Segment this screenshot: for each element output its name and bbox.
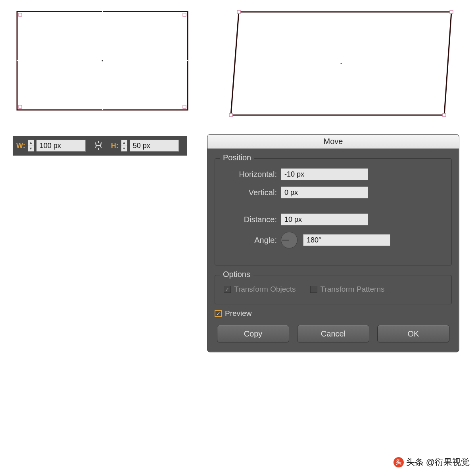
transform-objects-label: Transform Objects bbox=[234, 285, 296, 294]
transform-objects-checkbox[interactable]: ✓ Transform Objects bbox=[224, 285, 296, 294]
svg-rect-12 bbox=[450, 10, 453, 13]
move-dialog: Move Position Horizontal: Vertical: Dist… bbox=[207, 134, 459, 352]
link-dimensions-icon[interactable] bbox=[92, 139, 105, 152]
stepper-down-icon[interactable]: ▼ bbox=[28, 146, 34, 152]
cancel-button[interactable]: Cancel bbox=[297, 325, 369, 342]
horizontal-label: Horizontal: bbox=[224, 170, 277, 179]
angle-input[interactable] bbox=[303, 234, 390, 246]
options-legend: Options bbox=[220, 270, 253, 279]
svg-point-15 bbox=[341, 63, 342, 64]
svg-point-9 bbox=[102, 60, 103, 62]
transform-patterns-checkbox[interactable]: Transform Patterns bbox=[310, 285, 385, 294]
checkmark-icon: ✓ bbox=[215, 310, 222, 317]
stepper-down-icon[interactable]: ▼ bbox=[121, 146, 127, 152]
preview-label: Preview bbox=[225, 309, 252, 318]
watermark-text: 头条 @衍果视觉 bbox=[406, 456, 470, 468]
distance-input[interactable] bbox=[281, 213, 368, 225]
svg-rect-6 bbox=[183, 13, 186, 16]
height-label: H: bbox=[111, 142, 119, 150]
svg-rect-7 bbox=[19, 105, 22, 108]
watermark: 头 头条 @衍果视觉 bbox=[393, 456, 470, 468]
height-input[interactable] bbox=[130, 140, 179, 152]
checkbox-empty-icon bbox=[310, 286, 317, 293]
options-group: Options ✓ Transform Objects Transform Pa… bbox=[215, 275, 452, 304]
svg-rect-14 bbox=[443, 113, 446, 117]
stepper-up-icon[interactable]: ▲ bbox=[28, 140, 34, 146]
svg-rect-5 bbox=[19, 13, 22, 16]
transform-patterns-label: Transform Patterns bbox=[321, 285, 385, 294]
svg-rect-8 bbox=[183, 105, 186, 108]
preview-checkbox[interactable]: ✓ Preview bbox=[215, 309, 252, 318]
width-input[interactable] bbox=[36, 140, 86, 152]
distance-label: Distance: bbox=[224, 215, 277, 224]
vertical-label: Vertical: bbox=[224, 188, 277, 197]
position-legend: Position bbox=[220, 153, 254, 162]
width-label: W: bbox=[16, 142, 25, 150]
ok-button[interactable]: OK bbox=[377, 325, 449, 342]
position-group: Position Horizontal: Vertical: Distance:… bbox=[215, 158, 452, 265]
angle-label: Angle: bbox=[224, 236, 277, 245]
svg-rect-11 bbox=[237, 10, 240, 13]
width-stepper[interactable]: ▲ ▼ bbox=[28, 140, 34, 152]
canvas-rect-original[interactable] bbox=[17, 11, 188, 110]
angle-dial[interactable] bbox=[281, 232, 298, 248]
stepper-up-icon[interactable]: ▲ bbox=[121, 140, 127, 146]
svg-rect-13 bbox=[229, 113, 232, 117]
copy-button[interactable]: Copy bbox=[217, 325, 289, 342]
checkmark-icon: ✓ bbox=[224, 286, 231, 293]
canvas-rect-skewed[interactable] bbox=[230, 11, 452, 116]
horizontal-input[interactable] bbox=[281, 168, 368, 180]
vertical-input[interactable] bbox=[281, 187, 368, 198]
dialog-title: Move bbox=[207, 135, 459, 149]
watermark-icon: 头 bbox=[393, 457, 404, 467]
height-stepper[interactable]: ▲ ▼ bbox=[121, 140, 127, 152]
dimensions-toolbar: W: ▲ ▼ H: ▲ ▼ bbox=[13, 136, 187, 156]
